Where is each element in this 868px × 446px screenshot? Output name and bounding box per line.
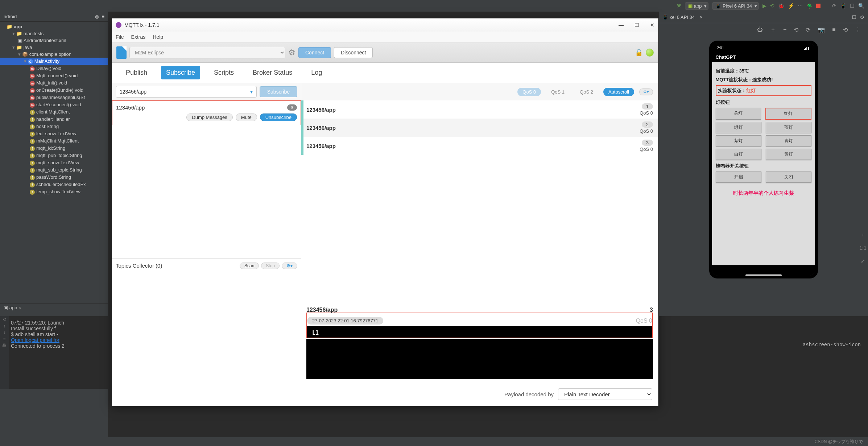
decoder-select[interactable]: Plain Text Decoder [558,388,652,400]
wrap-icon[interactable]: ≡ [0,336,9,342]
emulator-tab[interactable]: 📱 xel 6 API 34 [662,15,695,20]
project-tree-header[interactable]: ndroid ◎ ≡ [0,12,108,22]
volume-up-icon[interactable]: ＋ [770,26,776,34]
back-icon[interactable]: ⟲ [843,26,848,33]
hammer-icon[interactable]: ⚒ [677,3,681,9]
dump-messages-button[interactable]: Dump Messages [186,113,233,121]
message-row[interactable]: 123456/app 3QoS 0 [301,137,658,155]
bug-icon[interactable]: 🪲 [806,3,813,9]
rotate-left-icon[interactable]: ⟲ [794,26,798,33]
close-icon[interactable]: × [18,305,21,310]
tab-log[interactable]: Log [306,66,327,79]
tab-broker-status[interactable]: Broker Status [248,66,297,79]
print-icon[interactable]: 🖶 [0,342,9,349]
light-blue-button[interactable]: 蓝灯 [766,122,811,133]
payload-remainder[interactable] [306,339,653,379]
tree-method[interactable]: mMqtt_init():void [0,79,108,87]
collector-menu-button[interactable]: ⚙▾ [282,263,297,269]
menu-file[interactable]: File [116,34,124,40]
unsubscribe-button[interactable]: Unsubscribe [260,113,297,121]
debug-icon[interactable]: 🐞 [778,3,784,9]
logcat-link[interactable]: Open logcat panel for [11,337,59,343]
tree-method[interactable]: mMqtt_connect():void [0,72,108,79]
apply-changes-icon[interactable]: ⟲ [770,3,774,9]
record-icon[interactable]: ■ [832,26,836,33]
power-icon[interactable]: ⏻ [757,26,763,33]
restart-icon[interactable]: ⟲ [0,316,9,323]
sdk-icon[interactable]: ☐ [850,3,855,9]
tree-field[interactable]: fhandler:Handler [0,116,108,123]
tree-field[interactable]: fled_show:TextView [0,130,108,137]
tree-field[interactable]: fmqtt_pub_topic:String [0,152,108,159]
gear-icon[interactable]: ⚙ [860,15,864,20]
light-purple-button[interactable]: 紫灯 [716,135,761,146]
tree-method[interactable]: monCreate(Bundle):void [0,87,108,94]
subscribe-button[interactable]: Subscribe [260,86,297,97]
qos2-pill[interactable]: QoS 2 [575,88,598,96]
scan-button[interactable]: Scan [240,263,259,269]
subscribed-topic[interactable]: 123456/app 3 Dump Messages Mute Unsubscr… [112,100,301,125]
sync-icon[interactable]: ⟳ [832,3,836,9]
tree-field[interactable]: fmqtt_sub_topic:String [0,166,108,174]
tree-field[interactable]: fmqtt_id:String [0,145,108,152]
tree-manifests[interactable]: 📁manifests [0,30,108,37]
qos0-pill[interactable]: QoS 0 [517,88,541,96]
volume-down-icon[interactable]: − [783,26,786,33]
light-yellow-button[interactable]: 黄灯 [766,149,811,160]
message-row[interactable]: 123456/app 1QoS 0 [301,100,658,119]
zoom-in-icon[interactable]: + [861,232,864,238]
tree-field[interactable]: fmMqClint:MqttClient [0,137,108,145]
zoom-fit-icon[interactable]: ⤢ [861,258,865,264]
up-icon[interactable]: ↑ [0,323,9,329]
down-icon[interactable]: ↓ [0,329,9,336]
close-icon[interactable]: ✕ [650,22,654,28]
disconnect-button[interactable]: Disconnect [334,47,373,58]
mute-button[interactable]: Mute [236,113,257,121]
light-off-button[interactable]: 关灯 [716,108,761,120]
connect-button[interactable]: Connect [298,47,331,58]
window-mode-icon[interactable]: ☐ [852,15,856,20]
options-menu-button[interactable]: ⚙▾ [639,88,653,95]
tree-field[interactable]: ftemp_show:TextView [0,188,108,195]
profile-icon[interactable]: ⚡ [788,3,794,9]
profile-select[interactable]: M2M Eclipse [129,47,285,58]
device-dropdown[interactable]: 📱 Pixel 6 API 34 [712,2,759,10]
tree-field[interactable]: fmqtt_show:TextView [0,159,108,166]
menu-help[interactable]: Help [153,34,163,40]
stop-button[interactable]: Stop [261,263,280,269]
stop-icon[interactable] [816,4,821,8]
autoscroll-toggle[interactable]: Autoscroll [603,88,634,96]
screenshot-icon[interactable]: 📷 [818,26,825,33]
tree-java[interactable]: 📁java [0,44,108,51]
payload-content[interactable]: L1 [307,326,652,338]
search-icon[interactable]: 🔍 [858,3,864,9]
tab-publish[interactable]: Publish [121,66,152,79]
tree-method[interactable]: mstartReconnect():void [0,101,108,108]
tree-root-app[interactable]: 📁app [0,23,108,30]
tree-androidmanifest[interactable]: ▣ AndroidManifest.xml [0,37,108,44]
close-emulator-tab-icon[interactable]: × [700,15,703,20]
tab-scripts[interactable]: Scripts [209,66,239,79]
collapse-icon[interactable]: ≡ [102,14,104,19]
tree-field[interactable]: fhost:String [0,123,108,130]
qos1-pill[interactable]: QoS 1 [546,88,570,96]
settings-gear-icon[interactable]: ⚙ [288,48,295,57]
attach-debugger-icon[interactable]: ⋯ [798,3,803,9]
tree-field[interactable]: fpassWord:String [0,174,108,181]
message-row[interactable]: 123456/app 2QoS 0 [301,119,658,137]
run-icon[interactable]: ▶ [762,3,766,9]
window-titlebar[interactable]: MQTT.fx - 1.7.1 — ☐ ✕ [112,18,658,32]
rotate-right-icon[interactable]: ⟳ [806,26,810,33]
tree-field[interactable]: fclient:MqttClient [0,108,108,116]
run-config-dropdown[interactable]: ▣ app [685,2,708,10]
tree-method[interactable]: mpublishmessageplus(St [0,94,108,101]
light-green-button[interactable]: 绿灯 [716,122,761,133]
light-cyan-button[interactable]: 青灯 [766,135,811,146]
minimize-icon[interactable]: — [619,22,624,28]
menu-extras[interactable]: Extras [131,34,146,40]
tree-method[interactable]: mDelay():void [0,65,108,72]
tab-app[interactable]: app [9,305,17,310]
maximize-icon[interactable]: ☐ [635,22,639,28]
phone-navbar[interactable] [712,265,815,276]
buzzer-off-button[interactable]: 关闭 [766,172,811,183]
